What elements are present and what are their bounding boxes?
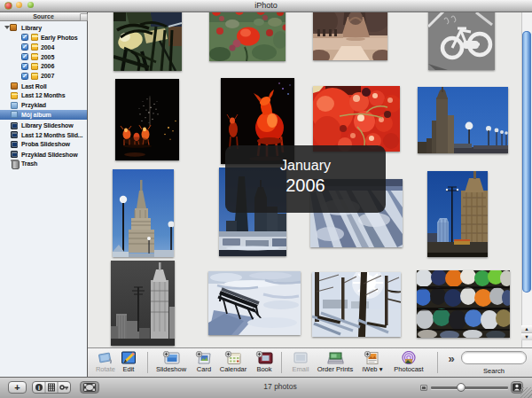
svg-text:i: i (38, 385, 40, 391)
